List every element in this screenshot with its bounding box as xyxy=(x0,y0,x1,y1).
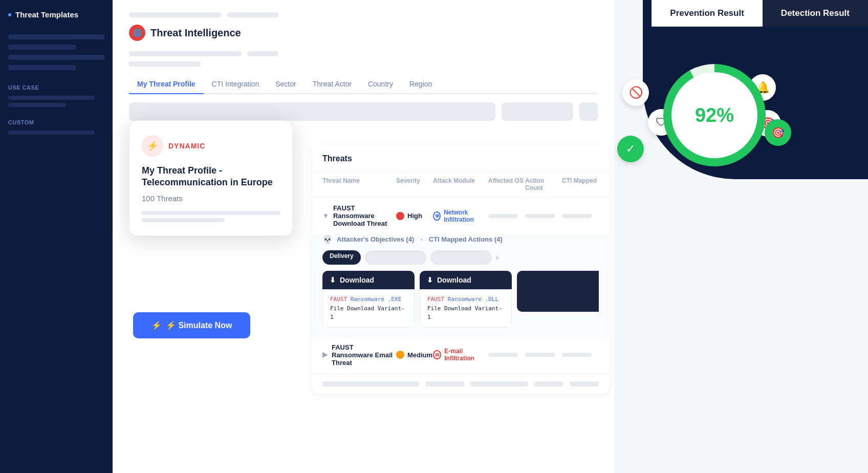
action-count-skel-2 xyxy=(525,353,555,357)
col-affected-os: Affected OS xyxy=(488,177,525,191)
tab-my-threat-profile[interactable]: My Threat Profile xyxy=(129,75,204,94)
download-label-1: Download xyxy=(340,276,374,284)
dl-code-line2-2: File Download Variant-1 xyxy=(427,304,504,322)
simulate-label: ⚡ Simulate Now xyxy=(166,320,232,330)
score-percentage: 92% xyxy=(695,104,734,126)
col-action-count: Action Count xyxy=(525,177,562,191)
content-panel: 🌐 Threat Intelligence My Threat Profile … xyxy=(113,0,614,473)
network-label: Network Infiltration xyxy=(444,209,488,223)
sidebar-skel-1 xyxy=(8,34,104,39)
simulate-icon: ⚡ xyxy=(151,320,162,330)
threat-row-faust-download: ▼ FAUST Ransomware Download Threat High … xyxy=(312,197,609,336)
affected-os-skel-2 xyxy=(488,353,518,357)
sidebar-skel-7 xyxy=(8,131,95,135)
bottom-skel-row xyxy=(312,374,609,394)
threat-profile-card: ⚡ DYNAMIC My Threat Profile - Telecommun… xyxy=(129,120,293,236)
shield-check-bubble: ✓ xyxy=(617,136,644,162)
download-card-header-1: ⬇ Download xyxy=(322,271,415,289)
chip-skel-1 xyxy=(365,250,426,265)
severity-label-2: Medium xyxy=(407,351,432,359)
attackers-objectives-label: Attacker's Objectives (4) xyxy=(337,235,414,243)
attack-module-network: ⊕ Network Infiltration xyxy=(433,209,488,223)
score-circle: 92% xyxy=(663,64,766,166)
network-module-icon: ⊕ xyxy=(433,211,441,221)
threat-intel-icon: 🌐 xyxy=(129,25,145,41)
skel-bar-5 xyxy=(129,61,201,67)
attack-module-email: ✉ E-mail Infiltration xyxy=(433,348,488,362)
app-logo: Threat Templates xyxy=(8,10,104,19)
logo-dot xyxy=(8,13,11,16)
card-skel-2 xyxy=(142,218,225,222)
col-threat-name: Threat Name xyxy=(322,177,396,191)
header-skel-row-1 xyxy=(129,12,598,17)
tab-cti-integration[interactable]: CTI Integration xyxy=(204,75,268,94)
skel-bar-3 xyxy=(129,51,242,56)
download-icon-2: ⬇ xyxy=(427,276,433,284)
target-green-bubble: 🎯 xyxy=(765,119,791,146)
bottom-skel-4 xyxy=(534,381,563,386)
sidebar-skel-3 xyxy=(8,55,104,60)
chip-skel-2 xyxy=(430,250,492,265)
no-entry-bubble: 🚫 xyxy=(622,79,649,106)
search-bars-row xyxy=(113,94,614,121)
top-bar: Prevention Result Detection Result xyxy=(652,0,868,27)
threat-name-2: ▶ FAUST Ransomware Email Threat xyxy=(322,343,396,367)
severity-high-1: High xyxy=(396,212,433,220)
card-title: My Threat Profile - Telecommunication in… xyxy=(142,165,280,189)
dynamic-label: DYNAMIC xyxy=(168,142,205,150)
threat-row-main-1: ▼ FAUST Ransomware Download Threat High … xyxy=(312,197,609,234)
chevron-down-icon[interactable]: ▼ xyxy=(322,212,329,220)
col-severity: Severity xyxy=(396,177,433,191)
threat-name-1: ▼ FAUST Ransomware Download Threat xyxy=(322,204,396,227)
threat-intel-title: 🌐 Threat Intelligence xyxy=(129,25,598,41)
content-header: 🌐 Threat Intelligence xyxy=(113,0,614,67)
app-title: Threat Templates xyxy=(15,10,78,19)
severity-dot-medium xyxy=(396,351,404,359)
detection-result-button[interactable]: Detection Result xyxy=(763,0,868,27)
tab-country[interactable]: Country xyxy=(360,75,401,94)
chevron-right-icon[interactable]: ▶ xyxy=(322,351,328,359)
skull-icon: 💀 xyxy=(322,234,333,244)
email-module-label: E-mail Infiltration xyxy=(444,348,488,362)
dynamic-icon: ⚡ xyxy=(142,135,163,157)
custom-label: Custom xyxy=(8,119,104,125)
download-card-body-1: FAUST Ransomware .EXE File Download Vari… xyxy=(322,289,415,328)
severity-dot-high xyxy=(396,212,404,220)
skel-bar-2 xyxy=(227,12,278,17)
sidebar-skel-4 xyxy=(8,65,76,70)
tab-threat-actor[interactable]: Threat Actor xyxy=(305,75,360,94)
bottom-skel-5 xyxy=(570,381,599,386)
card-badge-area: ⚡ DYNAMIC xyxy=(142,135,280,157)
download-card-body-2: FAUST Ransomware .DLL File Download Vari… xyxy=(420,289,512,328)
threat-name-text-2: FAUST Ransomware Email Threat xyxy=(332,343,396,367)
threat-row-faust-email: ▶ FAUST Ransomware Email Threat Medium ✉… xyxy=(312,336,609,374)
dl-code-line2-1: File Download Variant-1 xyxy=(330,304,407,322)
score-circle-inner: 92% xyxy=(671,72,757,158)
score-area: 🚫 ✓ 🛡 📡 🔔 🎯 🎯 92% xyxy=(561,28,868,202)
threat-name-text-1: FAUST Ransomware Download Threat xyxy=(333,204,396,227)
sidebar-skel-2 xyxy=(8,45,76,50)
skel-bar-1 xyxy=(129,12,221,17)
action-count-skel-1 xyxy=(525,214,555,218)
download-icon-1: ⬇ xyxy=(330,276,336,284)
skel-bar-4 xyxy=(248,51,278,56)
main-area: Prevention Result Detection Result 🚫 ✓ 🛡… xyxy=(113,0,868,473)
download-card-header-2: ⬇ Download xyxy=(420,271,512,289)
cti-mapped-skel-2 xyxy=(562,353,592,357)
tab-region[interactable]: Region xyxy=(401,75,440,94)
bottom-skel-2 xyxy=(425,381,464,386)
card-skel-1 xyxy=(142,211,280,215)
prevention-result-button[interactable]: Prevention Result xyxy=(652,0,763,27)
col-attack-module: Attack Module xyxy=(433,177,488,191)
threat-expanded-section: 💀 Attacker's Objectives (4) • CTI Mapped… xyxy=(312,234,609,336)
simulate-now-button[interactable]: ⚡ ⚡ Simulate Now xyxy=(133,312,250,338)
cti-mapped-actions-label: CTI Mapped Actions (4) xyxy=(429,235,503,243)
sub-separator: • xyxy=(420,235,423,243)
download-label-2: Download xyxy=(437,276,471,284)
threat-intel-text: Threat Intelligence xyxy=(150,27,241,39)
download-card-skel-1 xyxy=(517,271,599,312)
delivery-chip[interactable]: Delivery xyxy=(322,250,361,265)
search-bar-left[interactable] xyxy=(129,102,495,121)
tab-sector[interactable]: Sector xyxy=(267,75,304,94)
dl-code-line1-2: FAUST Ransomware .DLL xyxy=(427,295,504,304)
